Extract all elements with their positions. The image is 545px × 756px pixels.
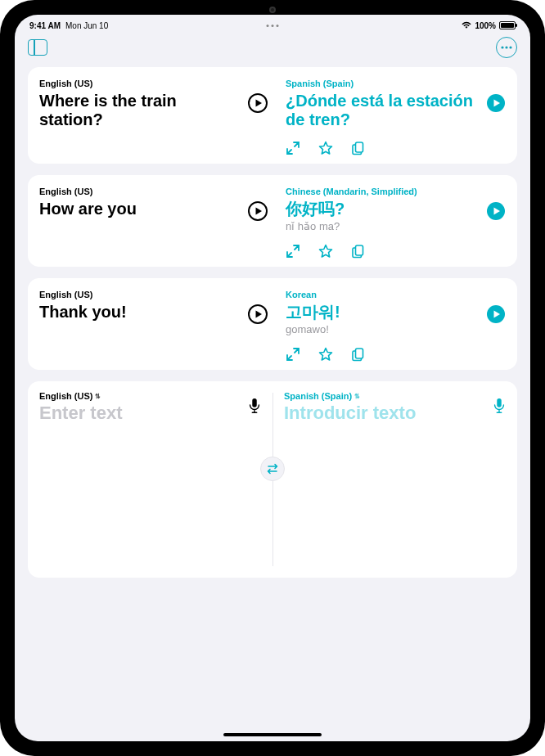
translation-actions — [286, 141, 481, 155]
svg-rect-4 — [356, 142, 363, 152]
multitask-dots[interactable] — [267, 25, 279, 27]
source-input[interactable]: Enter text — [39, 403, 122, 424]
target-input[interactable]: Introducir texto — [284, 403, 416, 424]
translation-actions — [286, 347, 481, 362]
nav-bar — [15, 33, 530, 62]
translation-card: English (US) How are you Chinese (Mandar… — [28, 175, 517, 267]
favorite-icon[interactable] — [318, 244, 333, 259]
translation-card: English (US) Thank you! Korean 고마워! goma… — [28, 278, 517, 370]
front-camera — [269, 7, 276, 13]
copy-icon[interactable] — [351, 244, 366, 259]
romanization: nǐ hǎo ma? — [286, 220, 481, 232]
copy-icon[interactable] — [351, 141, 366, 155]
expand-icon[interactable] — [286, 244, 300, 259]
microphone-icon[interactable] — [493, 398, 506, 414]
play-source-button[interactable] — [248, 304, 268, 324]
play-icon — [486, 201, 506, 221]
status-bar: 9:41 AM Mon Jun 10 100% — [15, 15, 530, 33]
translation-card: English (US) Where is the train station?… — [28, 67, 517, 164]
svg-rect-13 — [497, 398, 501, 407]
source-text: Where is the train station? — [39, 92, 235, 129]
screen: 9:41 AM Mon Jun 10 100% English (US) Whe… — [15, 15, 530, 741]
ellipsis-icon — [501, 46, 512, 49]
source-language-label: English (US) — [39, 79, 235, 88]
play-target-button[interactable] — [486, 93, 506, 113]
romanization: gomawo! — [286, 323, 481, 335]
source-text: How are you — [39, 200, 235, 218]
target-text: 고마워! — [286, 303, 481, 322]
status-time: 9:41 AM — [29, 21, 61, 30]
play-source-button[interactable] — [248, 93, 268, 113]
source-language-label: English (US) — [39, 290, 235, 299]
favorite-icon[interactable] — [318, 141, 333, 155]
svg-rect-7 — [356, 245, 363, 255]
swap-icon — [266, 463, 279, 475]
svg-point-2 — [509, 46, 511, 48]
wifi-icon — [462, 21, 471, 29]
play-icon — [248, 201, 268, 221]
play-source-button[interactable] — [248, 201, 268, 221]
target-text: ¿Dónde está la estación de tren? — [286, 92, 481, 129]
svg-point-1 — [505, 46, 507, 48]
play-icon — [486, 93, 506, 113]
more-button[interactable] — [496, 37, 517, 58]
target-language-label: Spanish (Spain) — [286, 79, 481, 88]
input-card: English (US) ⇅ Enter text — [28, 381, 517, 578]
content-area: English (US) Where is the train station?… — [15, 62, 530, 741]
microphone-icon[interactable] — [248, 398, 261, 414]
expand-icon[interactable] — [286, 347, 300, 362]
svg-rect-12 — [252, 398, 256, 407]
translation-actions — [286, 244, 481, 259]
chevron-up-down-icon: ⇅ — [354, 393, 360, 400]
play-target-button[interactable] — [486, 304, 506, 324]
play-icon — [248, 93, 268, 113]
svg-rect-10 — [356, 349, 363, 358]
battery-percent: 100% — [475, 21, 496, 30]
status-date: Mon Jun 10 — [65, 21, 108, 30]
home-indicator[interactable] — [223, 733, 322, 736]
swap-languages-button[interactable] — [260, 457, 285, 481]
play-icon — [248, 304, 268, 324]
source-language-selector[interactable]: English (US) ⇅ — [39, 391, 122, 401]
target-language-label: Korean — [286, 290, 481, 299]
target-language-selector[interactable]: Spanish (Spain) ⇅ — [284, 391, 416, 401]
chevron-up-down-icon: ⇅ — [95, 393, 101, 400]
target-language-label: Chinese (Mandarin, Simplified) — [286, 187, 481, 196]
expand-icon[interactable] — [286, 141, 300, 155]
ipad-frame: 9:41 AM Mon Jun 10 100% English (US) Whe… — [0, 0, 545, 756]
svg-point-0 — [501, 46, 503, 48]
source-language-label: English (US) — [39, 187, 235, 196]
play-icon — [486, 304, 506, 324]
source-language-value: English (US) — [39, 391, 92, 401]
sidebar-toggle-button[interactable] — [28, 39, 47, 56]
target-text: 你好吗? — [286, 200, 481, 218]
play-target-button[interactable] — [486, 201, 506, 221]
source-text: Thank you! — [39, 303, 235, 322]
copy-icon[interactable] — [351, 347, 366, 362]
target-language-value: Spanish (Spain) — [284, 391, 352, 401]
battery-icon — [499, 21, 516, 29]
favorite-icon[interactable] — [318, 347, 333, 362]
